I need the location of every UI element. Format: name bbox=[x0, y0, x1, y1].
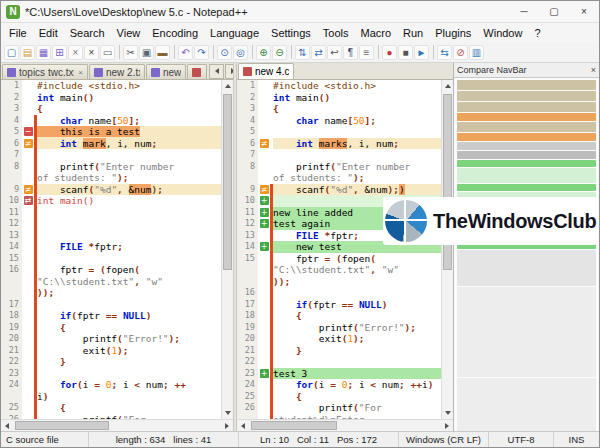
code-line[interactable]: 3{ bbox=[237, 103, 441, 115]
menu-item-help[interactable]: ? bbox=[528, 25, 546, 41]
zoom-out-icon[interactable]: ⊖ bbox=[272, 45, 287, 60]
replace-icon[interactable]: ◎ bbox=[233, 45, 248, 60]
indent-guide-icon[interactable]: ≡ bbox=[359, 45, 374, 60]
code-line[interactable]: 9≠ scanf("%d", &num); bbox=[1, 184, 221, 196]
left-tab-ne[interactable]: ne bbox=[187, 64, 207, 79]
open-folder-icon[interactable]: ▤ bbox=[20, 45, 35, 60]
menu-item-window[interactable]: Window bbox=[477, 25, 528, 41]
code-line[interactable]: 18 if(fptr == NULL) bbox=[1, 310, 221, 322]
tab-scroll-left-button[interactable] bbox=[209, 64, 224, 79]
menu-item-settings[interactable]: Settings bbox=[265, 25, 317, 41]
print-icon[interactable]: ▭ bbox=[100, 45, 115, 60]
code-line[interactable]: "C:\\student.txt", "w" bbox=[237, 264, 441, 276]
code-line[interactable]: 10⇄int main() bbox=[1, 195, 221, 207]
code-line[interactable]: 15 fptr = (fopen( bbox=[237, 253, 441, 265]
menu-item-tools[interactable]: Tools bbox=[317, 25, 355, 41]
menu-item-view[interactable]: View bbox=[111, 25, 147, 41]
code-line[interactable]: 19 printf("Error!"); bbox=[237, 322, 441, 334]
new-file-icon[interactable]: ▢ bbox=[4, 45, 19, 60]
record-macro-icon[interactable]: ● bbox=[382, 45, 397, 60]
code-line[interactable]: 6≠ int mark, i, num; bbox=[1, 138, 221, 150]
code-line[interactable]: 2int main() bbox=[237, 92, 441, 104]
scroll-up-icon[interactable] bbox=[222, 80, 233, 92]
code-line[interactable]: 18 { bbox=[237, 310, 441, 322]
code-line[interactable]: 5 bbox=[237, 126, 441, 138]
right-vertical-scrollbar[interactable] bbox=[441, 80, 453, 419]
scroll-right-icon[interactable] bbox=[441, 420, 453, 431]
code-line[interactable]: 25 { bbox=[237, 391, 441, 403]
menu-item-encoding[interactable]: Encoding bbox=[146, 25, 204, 41]
code-line[interactable]: of students: "); bbox=[237, 172, 441, 184]
right-hscroll-thumb[interactable] bbox=[251, 421, 337, 430]
scroll-left-icon[interactable] bbox=[1, 420, 13, 431]
code-line[interactable]: 17 bbox=[1, 299, 221, 311]
code-line[interactable]: 24 for(i = 0; i < num; ++ bbox=[1, 379, 221, 391]
left-vertical-scrollbar[interactable] bbox=[221, 80, 233, 419]
code-line[interactable]: 2int main() bbox=[1, 92, 221, 104]
navbar-close-button[interactable]: × bbox=[591, 65, 596, 75]
menu-item-macro[interactable]: Macro bbox=[354, 25, 397, 41]
code-line[interactable]: 21 exit(1); bbox=[1, 345, 221, 357]
menu-item-search[interactable]: Search bbox=[64, 25, 111, 41]
code-line[interactable]: 19 { bbox=[1, 322, 221, 334]
code-line[interactable]: 23 bbox=[1, 368, 221, 380]
code-line[interactable]: 4 char name[50]; bbox=[1, 115, 221, 127]
code-line[interactable]: 20 printf("Error!"); bbox=[1, 333, 221, 345]
code-line[interactable]: "C:\\student.txt", "w" bbox=[1, 276, 221, 288]
scroll-down-icon[interactable] bbox=[222, 407, 233, 419]
compare-navbar-toggle-icon[interactable]: ▥ bbox=[469, 45, 484, 60]
code-line[interactable]: 22 bbox=[237, 356, 441, 368]
show-all-characters-icon[interactable]: ¶ bbox=[343, 45, 358, 60]
code-line[interactable]: i) bbox=[1, 391, 221, 403]
right-horizontal-scrollbar[interactable] bbox=[237, 419, 453, 431]
menu-item-edit[interactable]: Edit bbox=[33, 25, 64, 41]
code-line[interactable]: )); bbox=[1, 287, 221, 299]
paste-icon[interactable]: ▬ bbox=[155, 45, 170, 60]
menu-item-plugins[interactable]: Plugins bbox=[429, 25, 477, 41]
code-line[interactable]: 13 bbox=[1, 230, 221, 242]
code-line[interactable]: 12 bbox=[1, 218, 221, 230]
code-line[interactable]: 11 bbox=[1, 207, 221, 219]
play-macro-icon[interactable]: ► bbox=[414, 45, 429, 60]
code-line[interactable]: 7 bbox=[237, 149, 441, 161]
left-horizontal-scrollbar[interactable] bbox=[1, 419, 233, 431]
redo-icon[interactable]: ↷ bbox=[194, 45, 209, 60]
code-line[interactable]: 26 printf("For bbox=[237, 402, 441, 414]
code-line[interactable]: 16 bbox=[237, 287, 441, 299]
code-line[interactable]: 9≠ scanf("%d", &num);) bbox=[237, 184, 441, 196]
code-line[interactable]: 22 } bbox=[1, 356, 221, 368]
left-hscroll-thumb[interactable] bbox=[15, 421, 109, 430]
zoom-in-icon[interactable]: ⊕ bbox=[256, 45, 271, 60]
code-line[interactable]: 8 printf("Enter number bbox=[237, 161, 441, 173]
code-line[interactable]: )); bbox=[237, 276, 441, 288]
code-line[interactable]: 5− this is a test bbox=[1, 126, 221, 138]
scroll-right-icon[interactable] bbox=[221, 420, 233, 431]
code-line[interactable]: 7 bbox=[1, 149, 221, 161]
minimize-button[interactable]: ─ bbox=[509, 1, 539, 22]
left-tab-new-2-txt[interactable]: new 2.txt bbox=[89, 64, 145, 79]
close-document-icon[interactable]: × bbox=[68, 45, 83, 60]
code-line[interactable]: 15 bbox=[1, 253, 221, 265]
find-icon[interactable]: ⊙ bbox=[217, 45, 232, 60]
code-line[interactable]: 21 } bbox=[237, 345, 441, 357]
save-icon[interactable]: ▦ bbox=[36, 45, 51, 60]
code-line[interactable]: 4 char name[50]; bbox=[237, 115, 441, 127]
tab-close-icon[interactable]: × bbox=[78, 68, 83, 77]
maximize-button[interactable]: ▢ bbox=[539, 1, 569, 22]
undo-icon[interactable]: ↶ bbox=[178, 45, 193, 60]
sync-vertical-scroll-icon[interactable]: ⇅ bbox=[295, 45, 310, 60]
code-line[interactable]: 1#include <stdio.h> bbox=[1, 80, 221, 92]
editor-right[interactable]: 1#include <stdio.h>2int main()3{4 char n… bbox=[237, 80, 441, 419]
copy-icon[interactable]: ▣ bbox=[139, 45, 154, 60]
close-all-icon[interactable]: × bbox=[84, 45, 99, 60]
save-all-icon[interactable]: ⊞ bbox=[52, 45, 67, 60]
code-line[interactable]: 24 for(i = 0; i < num; ++i) bbox=[237, 379, 441, 391]
scroll-down-icon[interactable] bbox=[442, 407, 453, 419]
code-line[interactable]: 8 printf("Enter number bbox=[1, 161, 221, 173]
left-vscroll-thumb[interactable] bbox=[223, 94, 232, 270]
left-tab-new-3[interactable]: new 3 bbox=[146, 64, 186, 79]
cut-icon[interactable]: ✂ bbox=[123, 45, 138, 60]
code-line[interactable]: 16 fptr = (fopen( bbox=[1, 264, 221, 276]
navbar-map[interactable] bbox=[454, 78, 599, 431]
code-line[interactable]: 20 exit(1); bbox=[237, 333, 441, 345]
